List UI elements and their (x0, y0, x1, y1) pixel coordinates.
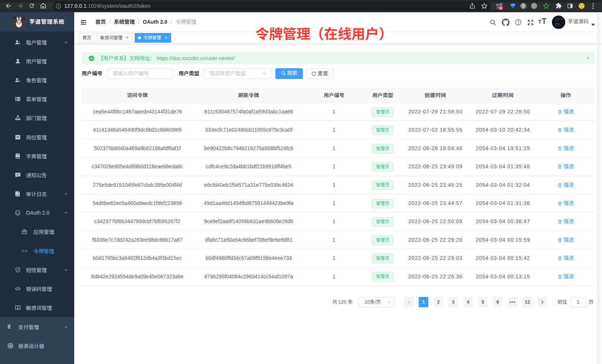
svg-text:9: 9 (500, 6, 502, 10)
